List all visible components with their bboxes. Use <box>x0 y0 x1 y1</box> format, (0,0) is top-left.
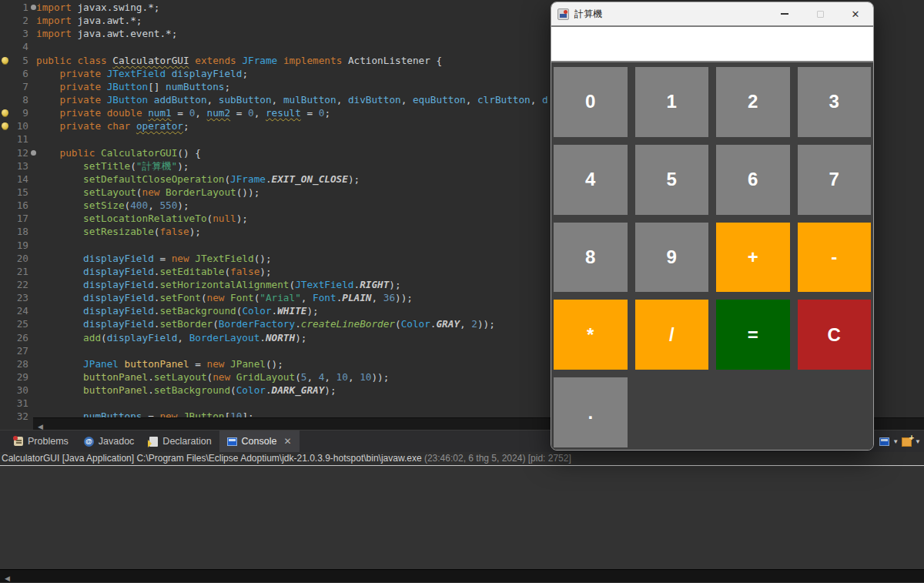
calc-button-=[interactable]: = <box>716 300 790 370</box>
calc-button-+[interactable]: + <box>716 223 790 293</box>
launch-timestamp: (23:46:02, 6 thg 5, 2024) [pid: 2752] <box>422 453 571 464</box>
maximize-button <box>802 2 838 25</box>
line-number: 24 <box>10 304 29 317</box>
bottom-view-panel: Problems @ Javadoc Declaration Console ✕… <box>0 430 924 583</box>
line-number: 14 <box>10 173 29 186</box>
calc-button-9[interactable]: 9 <box>635 223 709 293</box>
calc-button-/[interactable]: / <box>635 300 709 370</box>
close-button[interactable]: ✕ <box>838 2 873 25</box>
line-number: 22 <box>10 278 29 291</box>
quickfix-bulb-icon <box>2 109 8 116</box>
line-number: 17 <box>10 212 29 225</box>
calc-button-7[interactable]: 7 <box>798 145 872 215</box>
console-status-line: CalculatorGUI [Java Application] C:\Prog… <box>0 452 924 466</box>
fold-marker[interactable] <box>31 150 36 156</box>
line-number: 30 <box>10 384 29 397</box>
window-controls: ✕ <box>767 2 873 25</box>
line-number: 18 <box>10 225 29 238</box>
calc-button-C[interactable]: C <box>798 300 872 370</box>
calculator-titlebar[interactable]: 計算機 ✕ <box>551 2 873 25</box>
tab-close-icon[interactable]: ✕ <box>283 436 291 447</box>
line-number: 25 <box>10 317 29 330</box>
line-number: 16 <box>10 199 29 212</box>
calc-button-.[interactable]: . <box>554 377 628 447</box>
line-number: 9 <box>10 106 29 119</box>
console-output[interactable] <box>0 466 924 569</box>
line-number: 27 <box>10 344 29 357</box>
problems-icon <box>14 437 23 446</box>
line-number: 4 <box>10 40 29 53</box>
line-number: 6 <box>10 67 29 80</box>
console-icon <box>227 437 237 446</box>
line-number: 23 <box>10 291 29 304</box>
tab-label: Problems <box>28 436 69 447</box>
calc-button-*[interactable]: * <box>554 300 628 370</box>
calc-button-3[interactable]: 3 <box>798 67 872 137</box>
launch-description: CalculatorGUI [Java Application] C:\Prog… <box>2 453 422 464</box>
line-number: 20 <box>10 252 29 265</box>
minimize-icon <box>781 13 788 15</box>
line-number: 29 <box>10 370 29 384</box>
calculator-button-panel: 0123456789+-*/=C. <box>551 62 873 451</box>
javadoc-icon: @ <box>84 437 94 447</box>
line-number: 28 <box>10 357 29 370</box>
line-number: 2 <box>10 14 29 27</box>
calc-button-8[interactable]: 8 <box>554 223 628 293</box>
console-selector-caret-icon[interactable]: ▼ <box>892 438 899 445</box>
calc-button-0[interactable]: 0 <box>554 67 628 137</box>
console-toolbar: ▼ ▼ <box>879 431 921 453</box>
maximize-icon <box>817 11 824 18</box>
tab-problems[interactable]: Problems <box>6 431 76 452</box>
line-number: 19 <box>10 239 29 252</box>
calc-button-4[interactable]: 4 <box>554 145 628 215</box>
line-number: 7 <box>10 80 29 93</box>
fold-marker[interactable] <box>31 5 36 10</box>
line-number: 32 <box>10 410 29 423</box>
tab-label: Declaration <box>162 436 211 447</box>
scroll-left-arrow-icon[interactable]: ◀ <box>0 573 10 583</box>
calc-button-6[interactable]: 6 <box>716 145 790 215</box>
open-console-caret-icon[interactable]: ▼ <box>915 438 921 445</box>
line-number: 15 <box>10 186 29 199</box>
tab-javadoc[interactable]: @ Javadoc <box>76 431 142 452</box>
screen: 1import javax.swing.*;2import java.awt.*… <box>0 0 924 583</box>
line-number: 31 <box>10 397 29 410</box>
line-number: 10 <box>10 119 29 132</box>
tab-declaration[interactable]: Declaration <box>142 431 219 452</box>
line-number: 12 <box>10 146 29 159</box>
line-number: 13 <box>10 159 29 173</box>
tab-console[interactable]: Console ✕ <box>219 431 300 452</box>
calc-button-5[interactable]: 5 <box>635 145 709 215</box>
calculator-window: 計算機 ✕ 0123456789+-*/=C. <box>551 2 874 451</box>
line-number: 3 <box>10 27 29 40</box>
line-number: 8 <box>10 93 29 106</box>
calculator-display[interactable] <box>551 25 873 62</box>
line-number: 5 <box>10 54 29 67</box>
calc-button-1[interactable]: 1 <box>635 67 709 137</box>
open-console-icon[interactable] <box>902 437 912 447</box>
quickfix-bulb-icon <box>2 122 8 129</box>
quickfix-bulb-icon <box>2 57 8 64</box>
line-number: 21 <box>10 265 29 278</box>
display-selected-console-icon[interactable] <box>879 437 889 446</box>
java-app-icon <box>557 8 569 20</box>
line-number: 1 <box>10 1 29 14</box>
line-number: 11 <box>10 132 29 146</box>
tab-label: Console <box>242 436 277 447</box>
window-title: 計算機 <box>574 8 767 21</box>
line-number: 26 <box>10 331 29 344</box>
calc-button--[interactable]: - <box>798 223 872 293</box>
tab-label: Javadoc <box>99 436 135 447</box>
calc-button-2[interactable]: 2 <box>716 67 790 137</box>
declaration-icon <box>149 437 158 447</box>
console-horizontal-scrollbar[interactable]: ◀ <box>0 569 924 582</box>
minimize-button[interactable] <box>767 2 802 25</box>
